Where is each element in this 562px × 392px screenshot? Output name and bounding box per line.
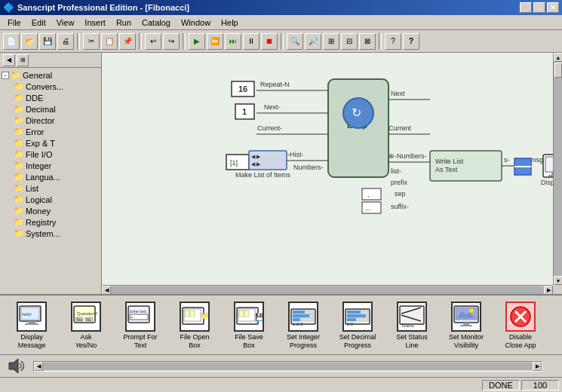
- menu-file[interactable]: File: [3, 17, 26, 29]
- undo-button[interactable]: ↩: [145, 33, 161, 50]
- collapse-icon[interactable]: -: [2, 72, 9, 79]
- svg-text:prefix: prefix: [391, 179, 408, 186]
- close-button[interactable]: ✕: [547, 2, 559, 13]
- canvas-area[interactable]: Repeat-N Next- Current- [1] ◀ ▶ ◀ ▶ -His…: [102, 53, 562, 294]
- prompt-label: Prompt ForText: [123, 333, 157, 350]
- window-title: Sanscript Professional Edition - [Fibona…: [17, 3, 189, 12]
- tree-item-registry[interactable]: 📁 Registry: [2, 216, 100, 228]
- run-button[interactable]: ▶: [189, 33, 205, 50]
- print-button[interactable]: 🖨: [57, 33, 74, 50]
- tree-item-convers[interactable]: 📁 Convers...: [2, 81, 100, 92]
- folder-icon: 📁: [14, 161, 24, 170]
- bottom-scroll-right[interactable]: ▶: [533, 362, 542, 371]
- tree-item-system[interactable]: 📁 System...: [2, 228, 100, 239]
- monitor-icon: [451, 302, 481, 332]
- svg-rect-52: [28, 321, 35, 323]
- svg-text:0.5: 0.5: [347, 322, 354, 326]
- redo-button[interactable]: ↪: [163, 33, 180, 50]
- zoom-all-button[interactable]: ⊟: [341, 33, 358, 50]
- bottom-item-dec-progress[interactable]: 0.5 Set DecimalProgress: [332, 300, 383, 351]
- svg-text:No: No: [87, 318, 91, 322]
- scroll-right-arrow[interactable]: ▶: [544, 286, 553, 295]
- workspace: ◀ ⊞ - 📁 General 📁 Convers... 📁 DDE 📁 Dec…: [0, 53, 562, 294]
- folder-icon: 📁: [14, 217, 24, 227]
- help-button[interactable]: ?: [385, 33, 401, 50]
- folder-icon: 📁: [14, 138, 24, 148]
- minimize-button[interactable]: _: [520, 2, 532, 13]
- zoom-out-button[interactable]: 🔍: [287, 33, 303, 50]
- svg-text:,: ,: [367, 191, 370, 198]
- svg-text:Repeat-N: Repeat-N: [260, 81, 290, 88]
- menu-edit[interactable]: Edit: [27, 17, 51, 29]
- tree-item-dde[interactable]: 📁 DDE: [2, 92, 100, 103]
- tree-root[interactable]: - 📁 General: [2, 69, 100, 81]
- bottom-scroll-left[interactable]: ◀: [34, 362, 43, 371]
- scroll-track: [554, 62, 562, 276]
- status-zoom: 100: [521, 380, 559, 390]
- svg-rect-89: [347, 318, 356, 321]
- prompt-icon: Enter text:: [125, 302, 155, 332]
- panel-btn2[interactable]: ⊞: [17, 54, 29, 66]
- copy-button[interactable]: 📋: [101, 33, 118, 50]
- menu-bar: File Edit View Insert Run Catalog Window…: [0, 15, 562, 30]
- menu-view[interactable]: View: [52, 17, 79, 29]
- bottom-panel: Hello! DisplayMessage Question? Yes No A…: [0, 294, 562, 377]
- stop-button[interactable]: ⏹: [261, 33, 278, 50]
- bottom-item-ask-yes-no[interactable]: Question? Yes No AskYes/No: [60, 300, 112, 351]
- tree-item-list[interactable]: 📁 List: [2, 182, 100, 194]
- save-button[interactable]: 💾: [39, 33, 56, 50]
- tree-item-decimal[interactable]: 📁 Decimal: [2, 103, 100, 115]
- open-button[interactable]: 📂: [21, 33, 38, 50]
- folder-icon: 📁: [14, 172, 24, 182]
- bottom-item-disable-close[interactable]: DisableClose App: [495, 300, 546, 351]
- zoom-in-button[interactable]: 🔎: [305, 33, 321, 50]
- svg-text:-Hist-: -Hist-: [287, 151, 304, 158]
- maximize-button[interactable]: □: [533, 2, 545, 13]
- zoom-sel-button[interactable]: ⊞: [323, 33, 339, 50]
- pause-button[interactable]: ⏸: [243, 33, 260, 50]
- scroll-up-arrow[interactable]: ▲: [554, 53, 562, 62]
- panel-btn1[interactable]: ◀: [3, 54, 15, 66]
- scroll-thumb[interactable]: [554, 63, 562, 78]
- scroll-down-arrow[interactable]: ▼: [554, 276, 562, 285]
- run-to-button[interactable]: ⏭: [225, 33, 241, 50]
- cut-button[interactable]: ✂: [83, 33, 100, 50]
- zoom-fit-button[interactable]: ⊠: [359, 33, 376, 50]
- about-button[interactable]: ?: [403, 33, 419, 50]
- run-step-button[interactable]: ⏩: [207, 33, 223, 50]
- bottom-item-file-save[interactable]: 💾 File SaveBox: [223, 300, 275, 351]
- display-msg-label: DisplayMessage: [18, 333, 46, 350]
- bottom-item-display-message[interactable]: Hello! DisplayMessage: [6, 300, 57, 351]
- tree-item-expt[interactable]: 📁 Exp & T: [2, 137, 100, 149]
- bottom-item-int-progress[interactable]: 1,2,3 Set IntegerProgress: [278, 300, 329, 351]
- folder-icon: 📁: [14, 183, 24, 193]
- tree-item-langua[interactable]: 📁 Langua...: [2, 171, 100, 182]
- close-app-icon: [505, 302, 536, 332]
- bottom-item-monitor-visibility[interactable]: Set MonitorVisibility: [441, 300, 492, 351]
- bottom-item-file-open[interactable]: 📁 File OpenBox: [169, 300, 220, 351]
- new-button[interactable]: 📄: [3, 33, 20, 50]
- menu-help[interactable]: Help: [217, 17, 243, 29]
- svg-rect-87: [347, 314, 366, 317]
- tree-item-integer[interactable]: 📁 Integer: [2, 160, 100, 171]
- folder-icon: 📁: [14, 81, 24, 91]
- tree-item-error[interactable]: 📁 Error: [2, 126, 100, 137]
- paste-button[interactable]: 📌: [119, 33, 136, 50]
- svg-rect-53: [25, 323, 38, 325]
- tree-item-logical[interactable]: 📁 Logical: [2, 194, 100, 205]
- status-bar: DONE 100: [0, 377, 562, 392]
- menu-run[interactable]: Run: [112, 17, 136, 29]
- menu-catalog[interactable]: Catalog: [137, 17, 175, 29]
- scroll-left-arrow[interactable]: ◀: [102, 286, 111, 295]
- tree-item-fileio[interactable]: 📁 File I/O: [2, 149, 100, 160]
- flow-diagram: Repeat-N Next- Current- [1] ◀ ▶ ◀ ▶ -His…: [102, 53, 562, 294]
- menu-insert[interactable]: Insert: [80, 17, 110, 29]
- int-progress-icon: 1,2,3: [288, 302, 318, 332]
- svg-text:💾: 💾: [255, 312, 263, 322]
- tree-item-money[interactable]: 📁 Money: [2, 205, 100, 216]
- bottom-item-status-line[interactable]: Status Set StatusLine: [386, 300, 438, 351]
- tree-item-director[interactable]: 📁 Director: [2, 115, 100, 126]
- menu-window[interactable]: Window: [177, 17, 215, 29]
- bottom-item-prompt-text[interactable]: Enter text: Prompt ForText: [115, 300, 166, 351]
- svg-text:sep: sep: [395, 190, 406, 198]
